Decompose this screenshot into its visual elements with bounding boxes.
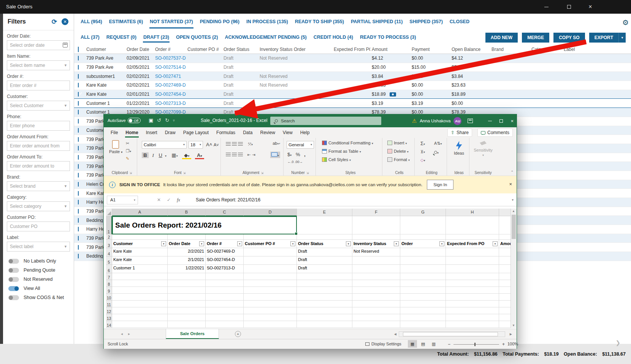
row-number[interactable]: 7 bbox=[106, 273, 112, 280]
cell[interactable] bbox=[297, 301, 352, 307]
formula-value[interactable]: Sale Orders Report: 2021/02/16 bbox=[196, 197, 260, 203]
zoom-in-icon[interactable]: + bbox=[502, 342, 505, 347]
col-expected-from-po[interactable]: Expected From PO bbox=[332, 47, 370, 52]
status-tab[interactable]: SHIPPED (357) bbox=[406, 16, 446, 28]
copy-icon[interactable]: ❐▾ bbox=[126, 149, 131, 154]
font-color-icon[interactable]: A▾ bbox=[195, 152, 204, 159]
sheet-header-cell[interactable]: Order▾ bbox=[400, 240, 446, 248]
filter-input[interactable] bbox=[7, 101, 70, 111]
cell[interactable] bbox=[297, 314, 352, 321]
row-number[interactable]: 12 bbox=[106, 307, 112, 314]
column-header[interactable]: C bbox=[206, 209, 244, 216]
restore-button[interactable] bbox=[560, 0, 578, 14]
cell[interactable] bbox=[244, 273, 297, 280]
undo-icon[interactable]: ↺ bbox=[157, 117, 161, 123]
filter-dropdown-icon[interactable]: ▾ bbox=[161, 241, 166, 246]
chevron-down-icon[interactable]: ▼ bbox=[64, 63, 67, 67]
toggle-row[interactable]: Show COGS & Net bbox=[7, 293, 70, 302]
paste-button[interactable]: Paste ▾ bbox=[109, 140, 122, 154]
toggle-row[interactable]: View All bbox=[7, 284, 70, 293]
col-category[interactable]: Category bbox=[530, 47, 562, 52]
sheet-row[interactable]: Kare Kate 2/2/2021 SO-0027469-D Draft No… bbox=[112, 248, 511, 256]
row-number[interactable]: 2 bbox=[106, 234, 112, 240]
cell[interactable] bbox=[168, 307, 206, 314]
cell[interactable] bbox=[499, 307, 512, 314]
cell[interactable] bbox=[446, 301, 499, 307]
toggle-switch[interactable] bbox=[8, 286, 19, 291]
cell[interactable] bbox=[244, 287, 297, 294]
row-number[interactable]: 1 bbox=[106, 216, 112, 234]
sheet-nav-icons[interactable]: ◂▸ bbox=[121, 332, 135, 336]
excel-user-name[interactable]: Anna Ushakova bbox=[420, 119, 450, 123]
select-all-corner[interactable] bbox=[106, 209, 112, 216]
status-tab[interactable]: IN PROCESS (135) bbox=[243, 16, 292, 28]
cell[interactable] bbox=[499, 287, 512, 294]
cell[interactable] bbox=[446, 314, 499, 321]
cell[interactable] bbox=[112, 301, 168, 307]
column-header[interactable]: D bbox=[244, 209, 297, 216]
cell[interactable] bbox=[446, 280, 499, 287]
cell[interactable]: SO-0027313-D bbox=[206, 265, 244, 273]
cell[interactable] bbox=[297, 273, 352, 280]
italic-button[interactable]: I bbox=[150, 152, 156, 158]
excel-menu-item[interactable]: Review bbox=[256, 128, 279, 138]
font-name-select[interactable]: Calibri▾ bbox=[142, 141, 187, 149]
cell[interactable] bbox=[168, 273, 206, 280]
status-tab[interactable]: PARTIAL SHIPPED (11) bbox=[347, 16, 406, 28]
status-tab[interactable]: PENDING PO (96) bbox=[197, 16, 243, 28]
row-number[interactable]: 5 bbox=[106, 256, 112, 265]
hscroll-left-icon[interactable]: ◀ bbox=[394, 332, 396, 336]
sheet-header-cell[interactable]: Customer▾ bbox=[112, 240, 168, 248]
excel-menu-item[interactable]: Data bbox=[239, 128, 256, 138]
cell[interactable] bbox=[297, 280, 352, 287]
col-order[interactable]: Order bbox=[292, 47, 332, 52]
cell[interactable] bbox=[400, 256, 446, 265]
export-button[interactable]: EXPORT ▼ bbox=[589, 33, 626, 43]
cell[interactable] bbox=[244, 314, 297, 321]
excel-menu-item[interactable]: Draw bbox=[161, 128, 179, 138]
cell[interactable] bbox=[206, 294, 244, 301]
cell[interactable] bbox=[168, 280, 206, 287]
scroll-right-chevron[interactable]: ❯ bbox=[615, 339, 620, 346]
cell[interactable] bbox=[446, 248, 499, 256]
cell[interactable] bbox=[112, 280, 168, 287]
qat-customize-icon[interactable]: ▿ bbox=[173, 119, 175, 122]
merge-button[interactable]: MERGE bbox=[522, 33, 549, 43]
excel-maximize-button[interactable] bbox=[499, 119, 503, 123]
cell-order-number-link[interactable]: SO-0027469-D bbox=[154, 83, 186, 87]
sheet-row[interactable] bbox=[112, 307, 511, 314]
sensitivity-button[interactable]: Sensitivity▾ bbox=[471, 141, 495, 157]
cell[interactable] bbox=[206, 307, 244, 314]
cell[interactable] bbox=[168, 287, 206, 294]
cell[interactable]: Customer 1 bbox=[112, 265, 168, 273]
cell[interactable] bbox=[112, 307, 168, 314]
new-sheet-icon[interactable]: + bbox=[235, 331, 241, 337]
decimal-icons[interactable]: ←.0 .00→ bbox=[287, 160, 303, 164]
table-row[interactable]: Kare Kate 02/02/2021 SO-0027469-D Draft … bbox=[74, 81, 631, 90]
filter-input[interactable] bbox=[7, 222, 70, 231]
cell[interactable] bbox=[400, 287, 446, 294]
cell[interactable] bbox=[446, 294, 499, 301]
sheet-row[interactable] bbox=[112, 280, 511, 287]
chevron-down-icon[interactable]: ▼ bbox=[64, 104, 67, 108]
zoom-slider[interactable] bbox=[453, 344, 499, 345]
copy-so-button[interactable]: COPY SO bbox=[553, 33, 585, 43]
cell[interactable] bbox=[499, 256, 512, 265]
cell[interactable] bbox=[352, 273, 400, 280]
chevron-down-icon[interactable]: ▼ bbox=[64, 204, 67, 208]
cell[interactable] bbox=[168, 301, 206, 307]
page-break-view-icon[interactable]: ▥ bbox=[429, 340, 438, 348]
col-customer[interactable]: Customer bbox=[85, 47, 125, 52]
sheet-row[interactable] bbox=[112, 301, 511, 307]
insert-function-icon[interactable]: fx bbox=[177, 197, 180, 203]
cell[interactable]: SO-0027454-D bbox=[206, 256, 244, 265]
avatar[interactable]: AU bbox=[453, 117, 461, 125]
cell[interactable] bbox=[244, 265, 297, 273]
cell-order-number-link[interactable]: SO-0027514-D bbox=[154, 65, 186, 70]
sheet-row[interactable]: Kare Kate 2/1/2021 SO-0027454-D Draft bbox=[112, 256, 511, 265]
cell[interactable] bbox=[400, 273, 446, 280]
column-header[interactable]: F bbox=[352, 209, 400, 216]
cell[interactable] bbox=[244, 248, 297, 256]
enter-icon[interactable]: ✓ bbox=[167, 197, 171, 203]
sheet-row[interactable] bbox=[112, 294, 511, 301]
